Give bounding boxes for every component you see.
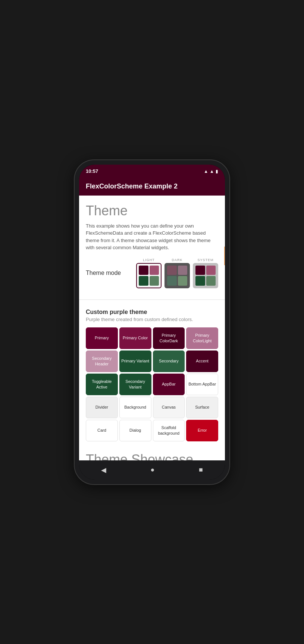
theme-mode-label: Theme mode	[86, 270, 121, 276]
grid-cell	[139, 276, 148, 286]
grid-cell	[167, 276, 177, 286]
status-bar: 10:57 ▲ ▲ ▮	[79, 165, 225, 178]
recents-icon[interactable]: ■	[199, 466, 203, 474]
color-surface[interactable]: Surface	[186, 397, 218, 418]
app-bar: FlexColorScheme Example 2	[79, 178, 225, 196]
grid-cell	[178, 266, 188, 275]
theme-description: This example shows how you can define yo…	[86, 222, 218, 251]
color-grid-row1: Primary Primary Color Primary ColorDark …	[86, 327, 218, 349]
color-bottom-appbar[interactable]: Bottom AppBar	[186, 374, 218, 395]
status-icons: ▲ ▲ ▮	[204, 169, 218, 174]
status-time: 10:57	[86, 168, 98, 174]
color-divider[interactable]: Divider	[86, 397, 118, 418]
color-accent[interactable]: Accent	[186, 350, 218, 372]
theme-mode-dark-label: DARK	[172, 258, 182, 262]
theme-title: Theme	[86, 203, 218, 219]
theme-grid-system[interactable]	[193, 263, 218, 288]
theme-mode-light[interactable]: LIGHT	[136, 258, 162, 288]
phone-frame: 10:57 ▲ ▲ ▮ FlexColorScheme Example 2 Th…	[75, 160, 229, 484]
color-error[interactable]: Error	[186, 420, 218, 441]
grid-cell	[150, 276, 159, 286]
color-canvas[interactable]: Canvas	[153, 397, 185, 418]
color-secondary-header[interactable]: Secondary Header	[86, 350, 118, 372]
custom-theme-subtitle: Purple theme created from custom defined…	[86, 317, 218, 322]
theme-section: Theme This example shows how you can def…	[79, 196, 225, 296]
color-secondary-variant[interactable]: Secondary Variant	[119, 374, 151, 395]
theme-mode-dark[interactable]: DARK	[164, 258, 190, 288]
color-background[interactable]: Background	[119, 397, 151, 418]
color-card[interactable]: Card	[86, 420, 118, 441]
phone-screen: 10:57 ▲ ▲ ▮ FlexColorScheme Example 2 Th…	[79, 165, 225, 480]
bottom-nav: ◀ ● ■	[79, 460, 225, 480]
color-appbar[interactable]: AppBar	[153, 374, 185, 395]
theme-mode-options: LIGHT DARK	[125, 258, 218, 288]
theme-grid-dark[interactable]	[164, 263, 190, 288]
color-grid-row4: Divider Background Canvas Surface	[86, 397, 218, 418]
color-scaffold-bg[interactable]: Scaffold background	[153, 420, 185, 441]
side-button	[224, 247, 225, 265]
grid-cell	[167, 266, 177, 275]
color-primary-color[interactable]: Primary Color	[119, 327, 151, 349]
color-primary[interactable]: Primary	[86, 327, 118, 349]
showcase-section: Theme Showcase RAISED BUTTON ELEVATED BU…	[79, 447, 225, 460]
color-grid-row3: Toggleable Active Secondary Variant AppB…	[86, 374, 218, 395]
grid-cell	[195, 276, 205, 286]
scroll-content[interactable]: Theme This example shows how you can def…	[79, 196, 225, 460]
grid-cell	[206, 266, 216, 275]
theme-mode-light-label: LIGHT	[143, 258, 155, 262]
grid-cell	[206, 276, 216, 286]
divider	[79, 299, 225, 300]
grid-cell	[139, 266, 148, 275]
battery-icon: ▮	[216, 169, 218, 174]
color-grid-row2: Secondary Header Primary Variant Seconda…	[86, 350, 218, 372]
color-primary-dark[interactable]: Primary ColorDark	[153, 327, 185, 349]
grid-cell	[178, 276, 188, 286]
showcase-title: Theme Showcase	[86, 452, 218, 460]
theme-mode-system-label: SYSTEM	[197, 258, 213, 262]
custom-theme-title: Custom purple theme	[86, 309, 218, 315]
back-icon[interactable]: ◀	[101, 466, 106, 474]
theme-mode-system[interactable]: SYSTEM	[193, 258, 218, 288]
wifi-icon: ▲	[204, 169, 208, 174]
theme-mode-row: Theme mode LIGHT	[86, 258, 218, 288]
home-icon[interactable]: ●	[151, 466, 155, 474]
grid-cell	[195, 266, 205, 275]
color-primary-light[interactable]: Primary ColorLight	[186, 327, 218, 349]
grid-cell	[150, 266, 159, 275]
theme-grid-light[interactable]	[136, 263, 162, 288]
color-primary-variant[interactable]: Primary Variant	[119, 350, 151, 372]
color-grid-row5: Card Dialog Scaffold background Error	[86, 420, 218, 441]
color-dialog[interactable]: Dialog	[119, 420, 151, 441]
color-secondary[interactable]: Secondary	[153, 350, 185, 372]
app-bar-title: FlexColorScheme Example 2	[86, 183, 178, 190]
signal-icon: ▲	[210, 169, 214, 174]
color-toggleable[interactable]: Toggleable Active	[86, 374, 118, 395]
custom-theme-section: Custom purple theme Purple theme created…	[79, 304, 225, 447]
